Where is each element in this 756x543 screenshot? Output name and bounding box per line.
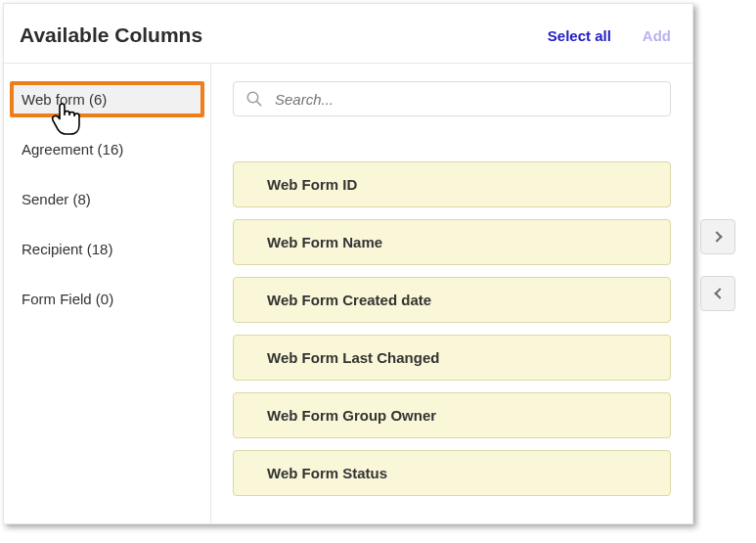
sidebar-item-recipient[interactable]: Recipient (18)	[4, 231, 210, 267]
search-icon	[245, 90, 263, 108]
sidebar-item-label: Recipient (18)	[22, 241, 112, 257]
panel-header: Available Columns Select all Add	[4, 4, 692, 64]
sidebar-item-web-form[interactable]: Web form (6)	[10, 81, 204, 117]
column-item[interactable]: Web Form Group Owner	[233, 392, 671, 438]
column-label: Web Form Created date	[267, 292, 431, 308]
transfer-buttons	[700, 219, 735, 311]
chevron-right-icon	[711, 231, 722, 242]
column-label: Web Form Group Owner	[267, 407, 436, 424]
category-sidebar: Web form (6) Agreement (16) Sender (8) R…	[4, 64, 211, 523]
move-right-button[interactable]	[700, 219, 735, 254]
column-item[interactable]: Web Form Created date	[233, 277, 671, 323]
column-item[interactable]: Web Form Status	[233, 450, 671, 496]
sidebar-item-agreement[interactable]: Agreement (16)	[4, 131, 210, 167]
panel-title: Available Columns	[20, 23, 202, 47]
sidebar-item-label: Agreement (16)	[22, 141, 123, 158]
move-left-button[interactable]	[700, 276, 735, 311]
column-item[interactable]: Web Form Name	[233, 219, 671, 265]
content-area: Web Form ID Web Form Name Web Form Creat…	[211, 64, 692, 523]
select-all-button[interactable]: Select all	[548, 27, 611, 44]
svg-line-1	[256, 101, 261, 106]
chevron-left-icon	[714, 288, 725, 298]
available-columns-panel: Available Columns Select all Add Web for…	[3, 3, 693, 524]
column-label: Web Form Name	[267, 234, 382, 250]
column-item[interactable]: Web Form ID	[233, 161, 671, 207]
search-box[interactable]	[233, 81, 671, 116]
search-input[interactable]	[275, 91, 658, 108]
column-label: Web Form Status	[267, 465, 387, 481]
add-button: Add	[643, 27, 671, 44]
column-item[interactable]: Web Form Last Changed	[233, 335, 671, 381]
column-label: Web Form ID	[267, 176, 357, 193]
sidebar-item-sender[interactable]: Sender (8)	[4, 181, 210, 217]
sidebar-item-label: Form Field (0)	[22, 291, 113, 307]
column-label: Web Form Last Changed	[267, 349, 439, 366]
panel-body: Web form (6) Agreement (16) Sender (8) R…	[4, 64, 692, 523]
sidebar-item-label: Sender (8)	[22, 191, 91, 207]
header-actions: Select all Add	[548, 27, 671, 44]
sidebar-item-label: Web form (6)	[22, 91, 107, 108]
column-list: Web Form ID Web Form Name Web Form Creat…	[233, 161, 671, 496]
sidebar-item-form-field[interactable]: Form Field (0)	[4, 281, 210, 317]
